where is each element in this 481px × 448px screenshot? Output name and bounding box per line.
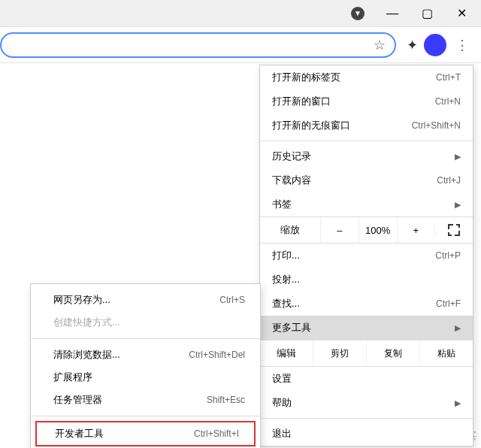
profile-avatar[interactable]: [424, 34, 446, 56]
highlight-annotation: 开发者工具Ctrl+Shift+I: [35, 421, 256, 446]
titlebar: ▼ — ▢ ✕: [0, 0, 481, 27]
menu-cast[interactable]: 投射...: [260, 268, 473, 292]
bookmark-star-icon[interactable]: ☆: [374, 37, 386, 53]
copy-button[interactable]: 复制: [366, 341, 419, 366]
zoom-out-button[interactable]: –: [320, 217, 358, 243]
submenu-dev-tools[interactable]: 开发者工具Ctrl+Shift+I: [37, 422, 254, 445]
menu-incognito[interactable]: 打开新的无痕窗口Ctrl+Shift+N: [260, 114, 473, 138]
zoom-value: 100%: [358, 217, 397, 243]
menu-bookmarks[interactable]: 书签▶: [260, 192, 473, 216]
chevron-right-icon: ▶: [455, 398, 461, 408]
chevron-right-icon: ▶: [455, 200, 461, 210]
close-button[interactable]: ✕: [451, 3, 472, 24]
more-tools-submenu: 网页另存为...Ctrl+S 创建快捷方式... 清除浏览数据...Ctrl+S…: [30, 283, 261, 448]
menu-exit[interactable]: 退出: [260, 422, 473, 446]
menu-more-tools[interactable]: 更多工具▶: [260, 316, 473, 340]
menu-zoom: 缩放 – 100% +: [260, 216, 473, 244]
menu-history[interactable]: 历史记录▶: [260, 144, 473, 168]
submenu-create-shortcut: 创建快捷方式...: [31, 311, 260, 334]
minimize-button[interactable]: —: [382, 3, 403, 24]
menu-settings[interactable]: 设置: [260, 367, 473, 391]
paste-button[interactable]: 粘贴: [419, 341, 473, 366]
submenu-save-as[interactable]: 网页另存为...Ctrl+S: [31, 289, 260, 311]
zoom-label: 缩放: [260, 223, 320, 237]
menu-new-tab[interactable]: 打开新的标签页Ctrl+T: [260, 65, 473, 89]
menu-print[interactable]: 打印...Ctrl+P: [260, 244, 473, 268]
menu-downloads[interactable]: 下载内容Ctrl+J: [260, 168, 473, 192]
submenu-clear-data[interactable]: 清除浏览数据...Ctrl+Shift+Del: [31, 344, 260, 366]
menu-find[interactable]: 查找...Ctrl+F: [260, 292, 473, 316]
zoom-in-button[interactable]: +: [397, 217, 435, 243]
address-bar[interactable]: ☆: [0, 32, 396, 58]
edit-label: 编辑: [260, 347, 313, 360]
main-menu: 打开新的标签页Ctrl+T 打开新的窗口Ctrl+N 打开新的无痕窗口Ctrl+…: [259, 65, 473, 446]
submenu-extensions[interactable]: 扩展程序: [31, 366, 260, 389]
maximize-button[interactable]: ▢: [416, 3, 437, 24]
extensions-icon[interactable]: ✦: [407, 37, 418, 53]
chevron-right-icon: ▶: [455, 152, 461, 162]
fullscreen-button[interactable]: [434, 224, 473, 236]
menu-edit: 编辑 剪切 复制 粘贴: [260, 340, 473, 367]
menu-new-window[interactable]: 打开新的窗口Ctrl+N: [260, 89, 473, 114]
cut-button[interactable]: 剪切: [313, 341, 366, 366]
menu-button[interactable]: ⋮: [452, 35, 472, 55]
menu-help[interactable]: 帮助▶: [260, 391, 473, 415]
toolbar: ☆ ✦ ⋮: [0, 27, 481, 63]
submenu-task-manager[interactable]: 任务管理器Shift+Esc: [31, 389, 260, 411]
chevron-right-icon: ▶: [455, 323, 461, 333]
dropdown-icon[interactable]: ▼: [347, 3, 368, 24]
fullscreen-icon: [448, 224, 460, 236]
